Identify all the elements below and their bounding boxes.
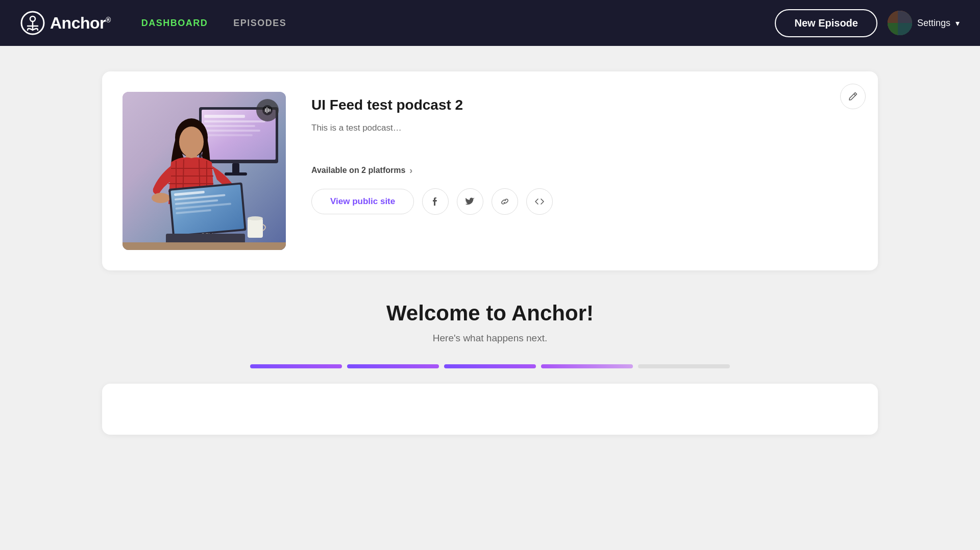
pencil-icon <box>848 91 858 102</box>
progress-step-1[interactable] <box>250 364 342 368</box>
svg-line-7 <box>854 94 855 95</box>
embed-code-button[interactable] <box>526 188 553 215</box>
view-public-site-button[interactable]: View public site <box>311 189 414 214</box>
twitter-icon <box>465 196 475 207</box>
twitter-share-button[interactable] <box>457 188 483 215</box>
welcome-section: Welcome to Anchor! Here's what happens n… <box>102 301 878 435</box>
svg-point-29 <box>152 193 170 203</box>
svg-rect-12 <box>204 120 265 122</box>
header-right: New Episode Settings ▾ <box>775 9 960 37</box>
svg-rect-15 <box>204 134 253 136</box>
welcome-subtitle: Here's what happens next. <box>102 333 878 344</box>
progress-step-5[interactable] <box>638 364 730 368</box>
nav-dashboard[interactable]: DASHBOARD <box>141 18 208 29</box>
progress-step-3[interactable] <box>444 364 536 368</box>
code-icon <box>534 196 545 207</box>
svg-rect-17 <box>225 172 247 176</box>
logo-text: Anchor® <box>50 14 111 33</box>
progress-step-2[interactable] <box>347 364 439 368</box>
platforms-link[interactable]: Available on 2 platforms › <box>311 165 857 176</box>
svg-point-19 <box>179 127 204 157</box>
podcast-card: DELL <box>102 71 878 270</box>
action-row: View public site <box>311 188 857 215</box>
settings-area[interactable]: Settings ▾ <box>888 11 960 35</box>
main-header: Anchor® DASHBOARD EPISODES New Episode S… <box>0 0 980 46</box>
audio-waves-icon <box>262 105 273 116</box>
podcast-info: UI Feed test podcast 2 This is a test po… <box>311 92 857 215</box>
svg-rect-41 <box>122 242 286 250</box>
platforms-arrow-icon: › <box>409 165 412 176</box>
nav-episodes[interactable]: EPISODES <box>233 18 286 29</box>
logo-area[interactable]: Anchor® <box>20 11 111 35</box>
podcast-image-container: DELL <box>122 92 286 250</box>
welcome-content-card <box>102 384 878 435</box>
svg-point-1 <box>30 16 35 21</box>
svg-rect-16 <box>232 163 239 173</box>
avatar <box>888 11 912 35</box>
settings-label: Settings <box>917 18 950 29</box>
welcome-title: Welcome to Anchor! <box>102 301 878 326</box>
new-episode-button[interactable]: New Episode <box>775 9 877 37</box>
svg-rect-42 <box>248 218 263 238</box>
facebook-share-button[interactable] <box>422 188 449 215</box>
svg-rect-14 <box>204 130 260 132</box>
anchor-logo-icon <box>20 11 45 35</box>
svg-rect-11 <box>204 115 245 118</box>
progress-steps <box>102 364 878 368</box>
chevron-down-icon: ▾ <box>955 18 960 28</box>
progress-step-4[interactable] <box>541 364 633 368</box>
main-nav: DASHBOARD EPISODES <box>141 18 775 29</box>
svg-rect-13 <box>204 125 255 127</box>
platforms-text: Available on 2 platforms <box>311 166 405 175</box>
podcast-title: UI Feed test podcast 2 <box>311 97 857 113</box>
svg-point-43 <box>248 216 263 220</box>
svg-point-44 <box>262 105 273 115</box>
main-content: DELL <box>0 46 980 460</box>
copy-link-button[interactable] <box>492 188 518 215</box>
svg-rect-6 <box>898 11 912 35</box>
podcast-description: This is a test podcast… <box>311 121 857 135</box>
facebook-icon <box>430 196 440 207</box>
link-icon <box>500 196 510 207</box>
audio-indicator <box>256 99 279 121</box>
edit-button[interactable] <box>840 84 866 109</box>
